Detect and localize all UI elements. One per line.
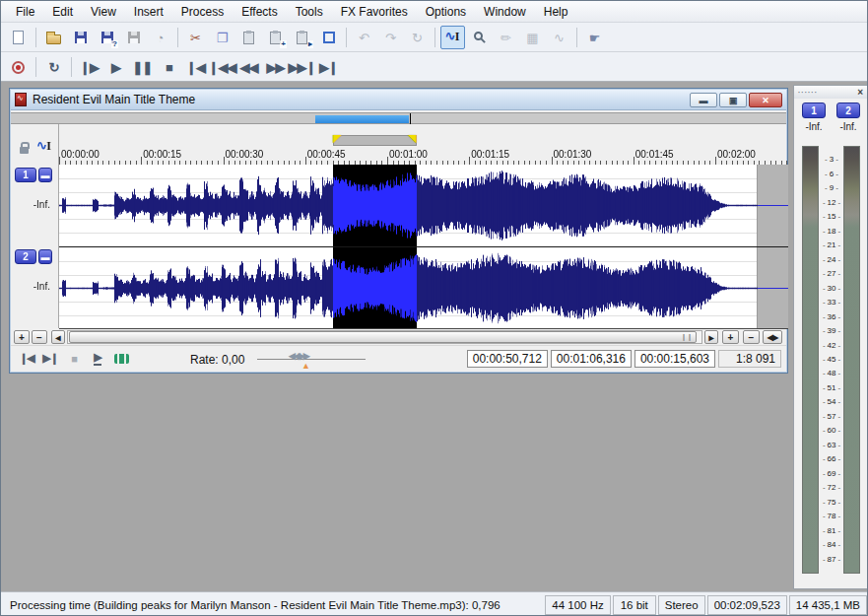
menu-item-effects[interactable]: Effects (233, 3, 286, 21)
stop-button[interactable]: ■ (157, 55, 181, 79)
sample-rate-panel[interactable]: 44 100 Hz (545, 595, 610, 615)
selection-start-field[interactable]: 00:00:50,712 (467, 350, 548, 368)
zoom-in-time-button[interactable]: + (722, 330, 739, 344)
close-button[interactable]: ✕ (749, 93, 782, 107)
zoom-out-vertical-button[interactable]: − (32, 330, 47, 344)
waveform-display[interactable] (59, 165, 788, 329)
selection-range-bar[interactable] (333, 135, 417, 146)
menu-item-tools[interactable]: Tools (287, 3, 332, 21)
pause-button[interactable]: ❚❚ (130, 55, 155, 79)
selection-start-handle[interactable]: ◤ (333, 133, 341, 144)
zoom-to-selection-button[interactable]: ◀▶ (763, 330, 782, 344)
zoom-ratio-field[interactable]: 1:8 091 (718, 350, 781, 368)
selection-length-field[interactable]: 00:00:15,603 (634, 350, 715, 368)
trim-crop-icon[interactable] (316, 26, 341, 49)
mini-go-to-start-button[interactable]: ❙◀ (17, 349, 36, 368)
overview-bar[interactable] (11, 112, 786, 124)
meter-bar-channel-2 (843, 146, 860, 574)
repeat-icon[interactable]: ↻ (405, 26, 430, 49)
pencil-tool-icon[interactable]: ✏ (494, 26, 518, 49)
render-as-icon[interactable]: ◔ (148, 26, 172, 49)
menu-item-help[interactable]: Help (535, 3, 577, 21)
open-file-icon[interactable] (41, 26, 66, 49)
menu-item-options[interactable]: Options (417, 3, 475, 21)
paste-to-new-icon-glyph (297, 32, 307, 44)
edit-tool-mini-icon[interactable] (36, 140, 52, 154)
save-icon[interactable] (68, 26, 93, 49)
time-ruler[interactable]: 00:00:0000:00:1500:00:3000:00:4500:01:00… (11, 148, 786, 165)
go-to-start-button[interactable]: ❙◀ (183, 55, 208, 79)
edit-tool-icon[interactable] (440, 26, 465, 49)
mini-go-to-end-button[interactable]: ▶❙ (40, 349, 60, 368)
horizontal-scrollbar[interactable] (67, 330, 702, 344)
redo-icon[interactable]: ↷ (378, 26, 403, 49)
undo-icon[interactable]: ↶ (352, 26, 376, 49)
menu-item-edit[interactable]: Edit (43, 3, 82, 21)
bit-depth-panel[interactable]: 16 bit (613, 595, 656, 615)
cut-icon[interactable]: ✂ (183, 26, 208, 49)
zoom-out-time-button[interactable]: − (743, 330, 760, 344)
minimize-button[interactable]: ▬ (690, 93, 717, 107)
menu-item-process[interactable]: Process (172, 3, 233, 21)
meter-channel-2-button[interactable]: 2 (836, 103, 860, 118)
menu-item-fx-favorites[interactable]: FX Favorites (332, 3, 417, 21)
scrollbar-thumb[interactable] (69, 331, 697, 343)
forward-button[interactable]: ▶▶ (263, 55, 288, 79)
event-tool-icon[interactable]: ▦ (520, 26, 545, 49)
play-button[interactable]: ▶ (103, 55, 128, 79)
selection-marker-strip[interactable]: ◤ ◥ (11, 124, 786, 148)
paste-icon[interactable] (236, 26, 261, 49)
rewind-button[interactable]: ◀◀ (236, 55, 261, 79)
channel-1-button[interactable]: 1 (15, 168, 36, 182)
meters-close-icon[interactable]: × (857, 87, 863, 98)
meter-scale-30: 30 (820, 284, 843, 293)
channel-2-button[interactable]: 2 (15, 249, 36, 264)
magnify-tool-icon[interactable] (467, 26, 492, 49)
rate-slider-track[interactable] (257, 359, 366, 360)
rate-slider-handle[interactable]: ◀◀▶▶ (289, 351, 308, 361)
menu-bar: FileEditViewInsertProcessEffectsToolsFX … (1, 1, 868, 23)
menu-item-insert[interactable]: Insert (125, 3, 172, 21)
menu-item-view[interactable]: View (82, 3, 125, 21)
go-to-end-button[interactable]: ▶❙ (316, 55, 341, 79)
selection-end-field[interactable]: 00:01:06,316 (551, 350, 632, 368)
copy-icon[interactable]: ❐ (210, 26, 234, 49)
waveform-channel-2[interactable] (59, 247, 788, 329)
meters-titlebar[interactable]: ······ × (794, 86, 867, 99)
stop-button-glyph: ■ (166, 61, 172, 74)
save-all-icon[interactable] (121, 26, 146, 49)
meter-scale-72: 72 (820, 483, 843, 492)
whats-this-help-icon[interactable]: ☛ (582, 26, 607, 49)
waveform-channel-1[interactable] (59, 165, 788, 246)
paste-special-icon[interactable]: + (263, 26, 288, 49)
zoom-in-vertical-button[interactable]: + (14, 330, 30, 344)
document-titlebar[interactable]: Resident Evil Main Title Theme ▬ ▣ ✕ (11, 90, 786, 110)
scroll-right-arrow[interactable]: ▸ (704, 330, 718, 344)
selection-end-handle[interactable]: ◥ (408, 133, 416, 144)
mini-stop-button[interactable]: ■ (64, 349, 84, 368)
save-as-icon[interactable]: ? (95, 26, 119, 49)
lock-icon[interactable] (20, 147, 29, 154)
envelope-tool-icon[interactable]: ∿ (547, 26, 571, 49)
file-length-panel[interactable]: 00:02:09,523 (707, 595, 787, 615)
scroll-left-arrow[interactable]: ◂ (51, 330, 65, 344)
rewind-to-start-button-glyph: ❙◀◀ (209, 61, 236, 74)
ruler-label-1: 00:00:15 (143, 149, 181, 160)
play-all-button[interactable]: ❙▶ (77, 55, 101, 79)
channel-1-minimize-button[interactable]: ▬ (38, 168, 52, 182)
loop-playback-button[interactable]: ↻ (41, 55, 66, 79)
free-space-panel[interactable]: 14 435,1 MB (789, 595, 867, 615)
rewind-to-start-button[interactable]: ❙◀◀ (210, 55, 234, 79)
new-file-icon[interactable] (6, 26, 31, 49)
meter-channel-1-button[interactable]: 1 (802, 103, 826, 118)
menu-item-file[interactable]: File (7, 3, 43, 21)
channel-mode-panel[interactable]: Stereo (658, 595, 705, 615)
record-button[interactable] (6, 55, 31, 79)
menu-item-window[interactable]: Window (475, 3, 535, 21)
forward-to-end-button[interactable]: ▶▶❙ (290, 55, 314, 79)
restore-button[interactable]: ▣ (719, 93, 747, 107)
mini-play-normal-button[interactable]: ▶ (88, 349, 107, 368)
paste-to-new-icon[interactable]: ▸ (290, 26, 314, 49)
scrub-control[interactable] (111, 349, 131, 368)
channel-2-minimize-button[interactable]: ▬ (38, 249, 52, 264)
